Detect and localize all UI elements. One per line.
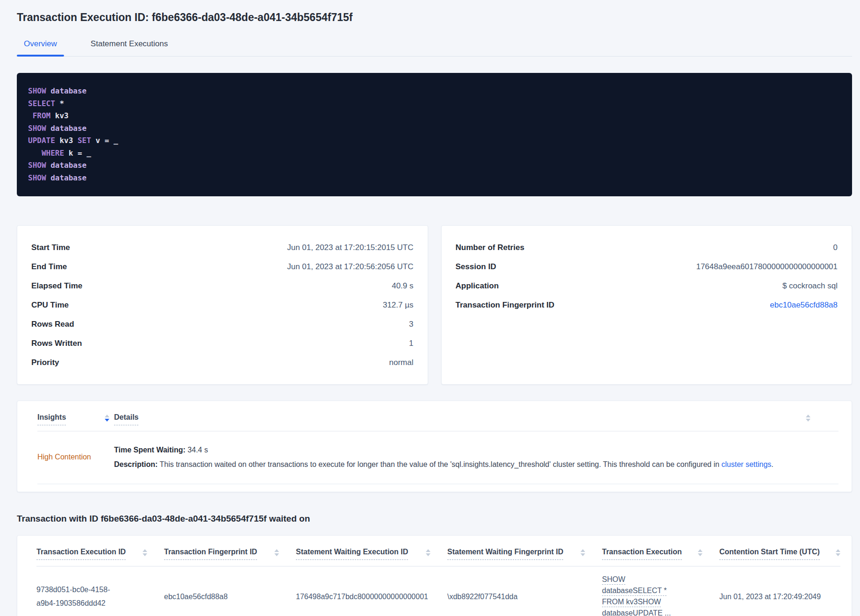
- insights-table-card: Insights Details High Contention Time Sp…: [17, 401, 852, 492]
- waited-table-header: Transaction Execution ID Transaction Fin…: [36, 548, 840, 560]
- summary-card-right: Number of Retries 0 Session ID 17648a9ee…: [441, 225, 853, 385]
- priority-label: Priority: [31, 358, 59, 367]
- rows-read-label: Rows Read: [31, 320, 74, 329]
- cell-contention-start-time: Jun 01, 2023 at 17:20:49:2049: [719, 590, 840, 603]
- summary-row-retries: Number of Retries 0: [456, 238, 838, 257]
- high-contention-badge: High Contention: [37, 453, 114, 461]
- end-time-label: End Time: [31, 262, 67, 272]
- summary-row-start-time: Start Time Jun 01, 2023 at 17:20:15:2015…: [31, 238, 414, 257]
- transaction-details-page: Transaction Execution ID: f6be6366-da03-…: [0, 0, 860, 616]
- col-header-statement-waiting-fingerprint-id: Statement Waiting Fingerprint ID: [447, 548, 602, 560]
- sort-icon[interactable]: [426, 548, 430, 556]
- txn-fingerprint-label: Transaction Fingerprint ID: [456, 301, 555, 310]
- contention-start-time-header-label[interactable]: Contention Start Time (UTC): [719, 548, 820, 560]
- elapsed-time-label: Elapsed Time: [31, 281, 82, 291]
- sort-icon[interactable]: [836, 548, 840, 556]
- waited-on-table-card: Transaction Execution ID Transaction Fin…: [17, 535, 852, 616]
- summary-cards-row: Start Time Jun 01, 2023 at 17:20:15:2015…: [17, 225, 852, 385]
- insights-header-label[interactable]: Insights: [37, 413, 66, 425]
- sort-icon[interactable]: [143, 548, 147, 556]
- cpu-time-label: CPU Time: [31, 301, 69, 310]
- elapsed-time-value: 40.9 s: [392, 281, 413, 291]
- session-id-value: 17648a9eea6017800000000000000001: [696, 262, 838, 272]
- rows-read-value: 3: [409, 320, 413, 329]
- tab-overview[interactable]: Overview: [17, 36, 64, 56]
- sql-statements-box: SHOW databaseSELECT * FROM kv3SHOW datab…: [17, 73, 852, 196]
- summary-row-session-id: Session ID 17648a9eea6017800000000000000…: [456, 257, 838, 276]
- statement-waiting-fingerprint-id-header-label[interactable]: Statement Waiting Fingerprint ID: [447, 548, 563, 560]
- sort-icon[interactable]: [698, 548, 702, 556]
- sort-icon[interactable]: [806, 413, 810, 422]
- sort-icon[interactable]: [274, 548, 279, 556]
- cell-statement-waiting-execution-id: 176498a9c717bdc80000000000000001: [296, 590, 447, 603]
- summary-row-priority: Priority normal: [31, 353, 414, 372]
- insights-column-header: Insights: [37, 413, 114, 425]
- summary-row-rows-read: Rows Read 3: [31, 315, 414, 334]
- col-header-statement-waiting-execution-id: Statement Waiting Execution ID: [296, 548, 447, 560]
- session-id-label: Session ID: [456, 262, 496, 272]
- priority-value: normal: [389, 358, 414, 367]
- tab-bar: Overview Statement Executions: [17, 36, 852, 57]
- cell-transaction-fingerprint-id: ebc10ae56cfd88a8: [164, 590, 296, 603]
- insight-row: High Contention Time Spent Waiting: 34.4…: [37, 431, 838, 484]
- time-spent-waiting-value: 34.4 s: [186, 446, 208, 454]
- rows-written-label: Rows Written: [31, 339, 82, 348]
- col-header-transaction-fingerprint-id: Transaction Fingerprint ID: [164, 548, 296, 560]
- end-time-value: Jun 01, 2023 at 17:20:56:2056 UTC: [287, 262, 413, 272]
- application-label: Application: [456, 281, 499, 291]
- rows-written-value: 1: [409, 339, 413, 348]
- col-header-contention-start-time: Contention Start Time (UTC): [719, 548, 840, 560]
- page-title: Transaction Execution ID: f6be6366-da03-…: [17, 10, 852, 24]
- cpu-time-value: 312.7 µs: [383, 301, 414, 310]
- waited-on-heading: Transaction with ID f6be6366-da03-48de-a…: [17, 514, 852, 524]
- time-spent-waiting-label: Time Spent Waiting:: [114, 446, 186, 454]
- insights-table-header: Insights Details: [37, 413, 838, 425]
- col-header-transaction-execution-id: Transaction Execution ID: [36, 548, 164, 560]
- summary-row-rows-written: Rows Written 1: [31, 334, 414, 353]
- col-header-transaction-execution: Transaction Execution: [602, 548, 719, 560]
- table-row: 9738d051-bc0e-4158-a9b4-1903586ddd42 ebc…: [36, 566, 840, 616]
- summary-row-end-time: End Time Jun 01, 2023 at 17:20:56:2056 U…: [31, 257, 414, 276]
- summary-row-elapsed-time: Elapsed Time 40.9 s: [31, 276, 414, 295]
- application-value: $ cockroach sql: [782, 281, 838, 291]
- retries-value: 0: [833, 243, 838, 252]
- cluster-settings-link[interactable]: cluster settings: [722, 460, 772, 468]
- cell-transaction-execution-id: 9738d051-bc0e-4158-a9b4-1903586ddd42: [36, 583, 164, 610]
- tab-statement-executions[interactable]: Statement Executions: [84, 36, 175, 56]
- summary-row-txn-fingerprint: Transaction Fingerprint ID ebc10ae56cfd8…: [456, 295, 838, 315]
- details-column-header: Details: [114, 413, 806, 425]
- retries-label: Number of Retries: [456, 243, 524, 252]
- sort-icon[interactable]: [580, 548, 585, 556]
- insights-row-divider: [37, 484, 838, 484]
- details-header-label[interactable]: Details: [114, 413, 138, 425]
- description-text: This transaction waited on other transac…: [158, 460, 721, 468]
- transaction-execution-statement-link[interactable]: SHOW databaseSELECT * FROM kv3SHOW datab…: [602, 575, 671, 616]
- time-spent-waiting-line: Time Spent Waiting: 34.4 s: [114, 443, 838, 457]
- sql-code: SHOW databaseSELECT * FROM kv3SHOW datab…: [28, 85, 841, 184]
- description-label: Description:: [114, 460, 158, 468]
- transaction-execution-header-label[interactable]: Transaction Execution: [602, 548, 682, 560]
- insight-details: Time Spent Waiting: 34.4 s Description: …: [114, 443, 838, 472]
- transaction-fingerprint-id-header-label[interactable]: Transaction Fingerprint ID: [164, 548, 257, 560]
- start-time-value: Jun 01, 2023 at 17:20:15:2015 UTC: [287, 243, 413, 252]
- cell-statement-waiting-fingerprint-id: \xdb8922f077541dda: [447, 590, 602, 603]
- start-time-label: Start Time: [31, 243, 70, 252]
- txn-fingerprint-link[interactable]: ebc10ae56cfd88a8: [770, 301, 838, 310]
- description-suffix: .: [771, 460, 773, 468]
- description-line: Description: This transaction waited on …: [114, 457, 838, 472]
- summary-card-left: Start Time Jun 01, 2023 at 17:20:15:2015…: [17, 225, 428, 385]
- transaction-execution-id-header-label[interactable]: Transaction Execution ID: [36, 548, 126, 560]
- summary-row-application: Application $ cockroach sql: [456, 276, 838, 295]
- summary-row-cpu-time: CPU Time 312.7 µs: [31, 295, 414, 315]
- sort-icon[interactable]: [105, 413, 109, 422]
- statement-waiting-execution-id-header-label[interactable]: Statement Waiting Execution ID: [296, 548, 408, 560]
- cell-transaction-execution: SHOW databaseSELECT * FROM kv3SHOW datab…: [602, 574, 719, 616]
